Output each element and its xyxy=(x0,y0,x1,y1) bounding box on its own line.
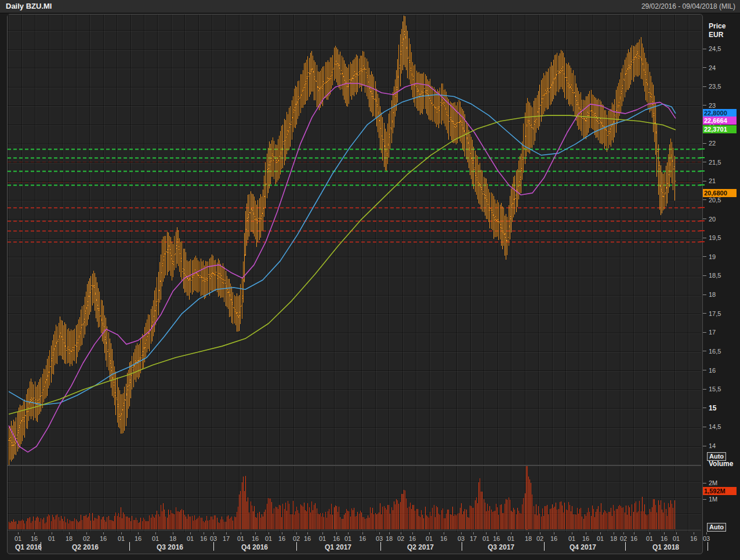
date-tick xyxy=(34,532,35,534)
date-tick xyxy=(614,532,614,534)
price-tick-dash xyxy=(703,162,706,162)
date-tick xyxy=(307,532,308,534)
date-tick xyxy=(511,532,512,534)
date-tick xyxy=(600,532,601,534)
price-tick-dash xyxy=(703,105,706,106)
date-tick xyxy=(255,532,256,534)
day-label: 01 xyxy=(344,535,351,542)
volume-tick-label: 2M xyxy=(709,479,717,486)
quarter-separator xyxy=(41,542,41,551)
day-label: 16 xyxy=(630,535,637,542)
day-label: 01 xyxy=(152,535,159,542)
date-tick xyxy=(389,532,390,534)
day-label: 02 xyxy=(620,535,627,542)
price-tick-label: 23 xyxy=(709,102,716,109)
price-tick-dash xyxy=(703,351,706,351)
x-axis[interactable]: 0116011802160116011801160317011601160216… xyxy=(8,532,701,553)
date-tick xyxy=(650,532,650,534)
quarter-label: Q3 2017 xyxy=(488,543,514,551)
price-tick-dash xyxy=(703,427,706,427)
price-tick-label: 20 xyxy=(709,216,716,223)
date-tick xyxy=(296,532,297,534)
date-tick xyxy=(586,532,586,534)
day-label: 17 xyxy=(470,535,477,542)
price-tick-dash xyxy=(703,408,706,408)
volume-pane-canvas[interactable] xyxy=(8,466,701,532)
quarter-label: Q3 2016 xyxy=(157,543,183,551)
trading-chart-window: Daily BZU.MI 29/02/2016 - 09/04/2018 (MI… xyxy=(0,0,740,560)
day-label: 01 xyxy=(319,535,326,542)
day-label: 16 xyxy=(278,535,285,542)
volume-axis-title: Volume xyxy=(709,460,733,468)
price-tick-dash xyxy=(703,143,706,144)
day-label: 16 xyxy=(493,535,500,542)
price-tick-dash xyxy=(703,219,706,219)
price-pane-canvas[interactable] xyxy=(8,14,701,465)
day-label: 01 xyxy=(48,535,55,542)
day-label: 17 xyxy=(223,535,230,542)
quarter-label: Q2 2016 xyxy=(72,543,99,551)
date-tick xyxy=(173,532,173,534)
green-level-axis-dash xyxy=(699,157,705,158)
day-label: 01 xyxy=(426,535,433,542)
price-tick-label: 15 xyxy=(709,404,716,412)
date-tick xyxy=(336,532,337,534)
price-tick-label: 24 xyxy=(709,64,716,71)
price-tick-label: 24,5 xyxy=(709,45,721,52)
date-tick xyxy=(496,532,497,534)
volume-tick-dash xyxy=(703,499,706,500)
date-tick xyxy=(155,532,156,534)
price-tick-label: 19 xyxy=(709,253,716,260)
quarter-label: Q1 2017 xyxy=(325,543,351,551)
red-level-axis-dash xyxy=(699,207,705,208)
quarter-label: Q1 2018 xyxy=(652,543,679,551)
day-label: 02 xyxy=(397,535,404,542)
date-tick xyxy=(226,532,227,534)
quarter-separator xyxy=(296,542,297,551)
price-tick-label: 14,5 xyxy=(709,423,721,430)
price-tick-label: 23,5 xyxy=(709,83,721,90)
day-label: 01 xyxy=(483,535,489,542)
date-tick xyxy=(572,532,572,534)
day-label: 18 xyxy=(66,535,72,542)
price-tick-label: 21,5 xyxy=(709,159,721,166)
date-tick xyxy=(241,532,241,534)
day-label: 01 xyxy=(507,535,514,542)
price-axis-title: Price EUR xyxy=(709,22,726,39)
day-label: 18 xyxy=(386,535,393,542)
price-tick-label: 19,5 xyxy=(709,234,721,241)
date-range-label: 29/02/2016 - 09/04/2018 (MIL) xyxy=(641,2,735,10)
chart-title: Daily BZU.MI xyxy=(6,2,52,10)
price-tick-dash xyxy=(703,389,706,390)
title-bar: Daily BZU.MI 29/02/2016 - 09/04/2018 (MI… xyxy=(0,0,740,13)
price-tick-label: 22 xyxy=(709,140,716,147)
date-tick xyxy=(444,532,444,534)
price-tick-label: 18,5 xyxy=(709,272,721,279)
red-level-axis-dash xyxy=(699,220,705,221)
price-tick-dash xyxy=(703,49,706,49)
day-label: 02 xyxy=(83,535,90,542)
price-tick-dash xyxy=(703,275,706,276)
date-tick xyxy=(694,532,694,534)
quarter-label: Q4 2017 xyxy=(569,543,596,551)
quarter-label: Q4 2016 xyxy=(241,543,268,551)
date-tick xyxy=(204,532,204,534)
price-axis[interactable]: Price EUR 24,52423,52322,52221,52120,520… xyxy=(703,14,740,466)
quarter-label: Q1 2016 xyxy=(15,543,42,551)
day-label: 03 xyxy=(458,535,465,542)
date-tick xyxy=(412,532,413,534)
chart-widget: 0116011802160116011801160317011601160216… xyxy=(7,14,703,554)
volume-auto-scale-button[interactable]: Auto xyxy=(707,523,726,532)
day-label: 16 xyxy=(135,535,142,542)
price-tick-dash xyxy=(703,332,706,333)
date-tick xyxy=(52,532,52,534)
quarter-separator xyxy=(462,542,462,551)
date-tick xyxy=(623,532,624,534)
volume-axis[interactable]: Volume 2M1M1,592M Auto xyxy=(703,452,740,539)
price-tick-dash xyxy=(703,256,706,257)
quarter-label: Q2 2017 xyxy=(407,543,434,551)
price-tick-dash xyxy=(703,446,706,446)
date-tick xyxy=(554,532,554,534)
date-tick xyxy=(401,532,401,534)
quarter-separator xyxy=(129,542,130,551)
